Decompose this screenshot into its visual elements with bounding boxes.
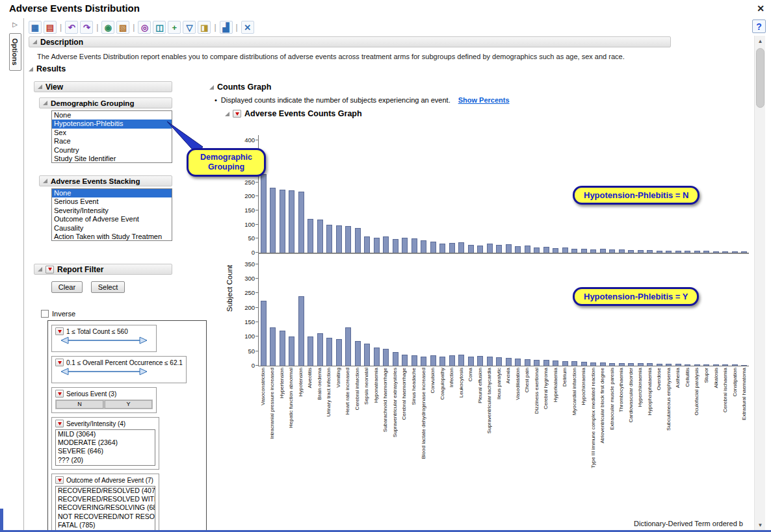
serious-option-y[interactable]: Y: [105, 400, 152, 409]
bar[interactable]: [270, 188, 276, 253]
bar[interactable]: [402, 355, 408, 366]
bar[interactable]: [506, 358, 512, 366]
red-triangle-menu-icon[interactable]: [55, 327, 64, 335]
bar[interactable]: [732, 364, 738, 366]
counts-graph-header[interactable]: Counts Graph: [209, 82, 271, 92]
demographic-grouping-header[interactable]: Demographic Grouping: [39, 97, 172, 108]
bar[interactable]: [439, 357, 445, 366]
bar[interactable]: [675, 251, 681, 253]
demographic-grouping-item[interactable]: Race: [52, 137, 172, 146]
bar[interactable]: [571, 249, 577, 253]
adverse-events-stacking-item[interactable]: Action Taken with Study Treatmen: [52, 233, 172, 241]
inverse-checkbox[interactable]: [41, 310, 49, 318]
disclosure-icon[interactable]: [38, 267, 42, 272]
bar[interactable]: [600, 249, 606, 253]
bar[interactable]: [336, 225, 342, 253]
bar[interactable]: [280, 331, 285, 366]
bar[interactable]: [657, 251, 662, 253]
data-table-icon[interactable]: ▦: [29, 21, 42, 34]
red-triangle-menu-icon[interactable]: [55, 390, 64, 398]
bar[interactable]: [326, 338, 332, 366]
bar[interactable]: [430, 355, 436, 366]
search-table-icon[interactable]: ◎: [138, 21, 151, 34]
bar[interactable]: [449, 355, 455, 366]
bar[interactable]: [675, 364, 681, 366]
bar[interactable]: [468, 245, 474, 253]
severity-list[interactable]: MILD (3064)MODERATE (2364)SEVERE (646)??…: [55, 429, 155, 466]
bar[interactable]: [703, 251, 709, 253]
bar[interactable]: [647, 363, 653, 366]
expand-panel-icon[interactable]: ▷: [7, 21, 23, 28]
bar[interactable]: [619, 363, 625, 366]
adverse-events-stacking-item[interactable]: Serious Event: [52, 197, 172, 206]
bar[interactable]: [713, 251, 719, 253]
adverse-events-stacking-item[interactable]: Severity/Intensity: [52, 207, 172, 215]
bar[interactable]: [393, 239, 399, 253]
bar[interactable]: [430, 242, 436, 253]
options-tab[interactable]: Options: [9, 33, 21, 71]
bar[interactable]: [553, 248, 558, 253]
show-percents-link[interactable]: Show Percents: [458, 96, 510, 104]
bar[interactable]: [553, 361, 558, 366]
bar[interactable]: [317, 220, 323, 253]
document-preview-icon[interactable]: ▧: [116, 21, 129, 34]
red-triangle-menu-icon[interactable]: [55, 476, 64, 484]
bar[interactable]: [374, 348, 380, 366]
report-filter-header[interactable]: Report Filter: [34, 264, 172, 275]
bar[interactable]: [609, 363, 615, 366]
vertical-scrollbar[interactable]: ▲ ▼: [754, 36, 765, 530]
redo-icon[interactable]: ↷: [80, 21, 93, 34]
disclosure-icon[interactable]: [43, 179, 47, 183]
bar[interactable]: [458, 242, 464, 253]
bar[interactable]: [703, 364, 709, 366]
bar[interactable]: [638, 250, 644, 253]
bar[interactable]: [477, 356, 483, 366]
bar[interactable]: [364, 344, 370, 366]
bar[interactable]: [336, 339, 342, 366]
bar[interactable]: [345, 327, 351, 366]
bar[interactable]: [581, 249, 587, 253]
scrollbar-thumb[interactable]: [756, 48, 764, 108]
bar[interactable]: [355, 228, 361, 253]
bar[interactable]: [412, 238, 417, 253]
bar[interactable]: [581, 362, 587, 366]
bar[interactable]: [270, 327, 276, 366]
bar[interactable]: [261, 174, 267, 253]
bar[interactable]: [525, 246, 530, 253]
disclosure-icon[interactable]: [43, 101, 47, 105]
bar[interactable]: [393, 352, 399, 366]
adverse-events-stacking-list[interactable]: NoneSerious EventSeverity/IntensityOutco…: [51, 188, 172, 241]
outcome-item[interactable]: RECOVERED/RESOLVED WITH: [56, 495, 155, 503]
bar[interactable]: [628, 363, 634, 366]
bar[interactable]: [534, 360, 540, 366]
bar[interactable]: [298, 296, 304, 366]
adverse-events-stacking-item[interactable]: None: [52, 189, 172, 197]
disclosure-icon[interactable]: [209, 85, 214, 90]
filter-icon[interactable]: ▽: [183, 21, 196, 34]
bar[interactable]: [713, 364, 719, 366]
demographic-grouping-item[interactable]: Sex: [52, 129, 172, 137]
bar[interactable]: [619, 249, 625, 253]
demographic-grouping-item[interactable]: Hypotension-Phlebitis: [52, 120, 172, 128]
globe-refresh-icon[interactable]: ◉: [101, 21, 114, 34]
bar[interactable]: [421, 240, 426, 253]
help-button[interactable]: ?: [752, 19, 766, 33]
serious-option-n[interactable]: N: [56, 400, 103, 409]
bar[interactable]: [487, 357, 493, 366]
bar[interactable]: [722, 364, 728, 366]
bar[interactable]: [402, 238, 408, 253]
bar[interactable]: [496, 245, 502, 253]
bar[interactable]: [317, 333, 323, 366]
bar[interactable]: [355, 341, 361, 366]
bar[interactable]: [458, 355, 464, 366]
bar[interactable]: [657, 364, 662, 366]
outcome-item[interactable]: FATAL (785): [56, 521, 155, 529]
bar[interactable]: [525, 359, 530, 366]
bar[interactable]: [543, 247, 549, 253]
bar[interactable]: [307, 336, 313, 366]
bar[interactable]: [628, 250, 634, 253]
adverse-events-stacking-header[interactable]: Adverse Events Stacking: [39, 175, 172, 186]
demographic-grouping-list[interactable]: NoneHypotension-PhlebitisSexRaceCountryS…: [51, 110, 172, 163]
percent-occurrence-range-slider[interactable]: [55, 366, 153, 377]
bar[interactable]: [543, 360, 549, 366]
